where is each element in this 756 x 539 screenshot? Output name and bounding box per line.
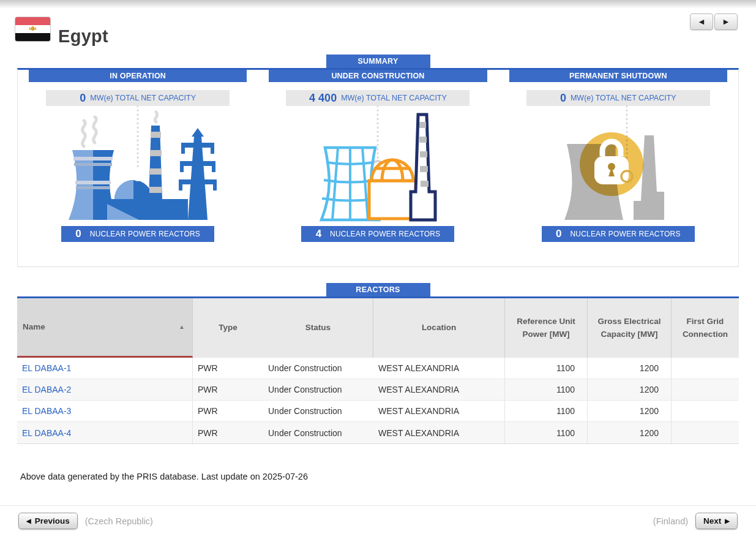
previous-country-arrow-button[interactable]: ◀	[690, 13, 713, 30]
shutdown-plant-illustration	[498, 106, 738, 224]
capacity-label: MW(e) TOTAL NET CAPACITY	[90, 94, 196, 102]
table-row: EL DABAA-1 PWR Under Construction WEST A…	[17, 358, 739, 379]
permanent-shutdown-header: PERMANENT SHUTDOWN	[509, 70, 727, 82]
reactor-count-label: NUCLEAR POWER REACTORS	[330, 230, 440, 238]
reactor-location-cell: WEST ALEXANDRIA	[373, 422, 505, 443]
reactor-dome-outline-icon	[369, 160, 416, 219]
reactor-count-label: NUCLEAR POWER REACTORS	[90, 230, 200, 238]
column-header-name-label: Name	[23, 321, 45, 334]
summary-column-under-construction: UNDER CONSTRUCTION 4 400 MW(e) TOTAL NET…	[258, 70, 498, 242]
country-pager-bottom: ◀ Previous (Czech Republic) (Finland) Ne…	[0, 505, 756, 529]
under-construction-plant-illustration	[258, 106, 498, 224]
permanent-shutdown-count-bar: 0 NUCLEAR POWER REACTORS	[542, 226, 695, 242]
reactor-location-cell: WEST ALEXANDRIA	[373, 401, 505, 421]
reactor-status-cell: Under Construction	[263, 422, 373, 443]
reactor-name-cell: EL DABAA-1	[17, 358, 193, 379]
next-button-label: Next	[703, 516, 721, 526]
capacity-value: 0	[560, 92, 566, 105]
column-header-reference-unit-power[interactable]: Reference Unit Power [MW]	[505, 298, 588, 358]
reactor-type-cell: PWR	[193, 422, 263, 443]
column-header-location[interactable]: Location	[373, 298, 505, 358]
reactor-type-cell: PWR	[193, 401, 263, 421]
in-operation-header: IN OPERATION	[29, 70, 247, 82]
reactor-name-cell: EL DABAA-4	[17, 422, 193, 443]
right-arrow-icon: ▶	[724, 18, 728, 26]
table-row: EL DABAA-2 PWR Under Construction WEST A…	[17, 379, 739, 401]
column-header-gross-electrical-capacity[interactable]: Gross Electrical Capacity [MW]	[588, 298, 672, 358]
summary-column-in-operation: IN OPERATION 0 MW(e) TOTAL NET CAPACITY	[18, 70, 258, 242]
summary-section: IN OPERATION 0 MW(e) TOTAL NET CAPACITY	[17, 68, 739, 267]
column-header-name[interactable]: Name ▲	[17, 298, 193, 358]
reference-unit-power-cell: 1100	[505, 379, 588, 400]
table-row: EL DABAA-4 PWR Under Construction WEST A…	[17, 422, 739, 443]
reactor-link[interactable]: EL DABAA-2	[22, 385, 71, 394]
reactors-tab: REACTORS	[326, 283, 430, 296]
pager-previous-group: ◀ Previous (Czech Republic)	[18, 513, 153, 529]
capacity-value: 0	[80, 92, 86, 105]
column-header-first-grid-connection[interactable]: First Grid Connection	[672, 298, 739, 358]
in-operation-capacity-bar: 0 MW(e) TOTAL NET CAPACITY	[46, 90, 230, 106]
capacity-label: MW(e) TOTAL NET CAPACITY	[571, 94, 676, 102]
previous-country-name: (Czech Republic)	[85, 516, 153, 526]
reference-unit-power-cell: 1100	[505, 422, 588, 443]
column-header-status[interactable]: Status	[263, 298, 373, 358]
page-title-country: Egypt	[58, 26, 108, 47]
pager-next-group: (Finland) Next ▶	[653, 513, 738, 529]
capacity-label: MW(e) TOTAL NET CAPACITY	[341, 94, 447, 102]
reactor-name-cell: EL DABAA-2	[17, 379, 193, 400]
reactor-link[interactable]: EL DABAA-4	[22, 428, 71, 438]
reference-unit-power-cell: 1100	[505, 401, 588, 421]
under-construction-header: UNDER CONSTRUCTION	[269, 70, 487, 82]
under-construction-count-bar: 4 NUCLEAR POWER REACTORS	[301, 226, 454, 242]
previous-button-label: Previous	[35, 516, 70, 526]
chimney-outline-icon	[411, 115, 435, 220]
gross-electrical-capacity-cell: 1200	[588, 401, 672, 421]
under-construction-capacity-bar: 4 400 MW(e) TOTAL NET CAPACITY	[286, 90, 470, 106]
first-grid-connection-cell	[672, 379, 739, 400]
reactors-table: Name ▲ Type Status Location Reference Un…	[17, 296, 739, 444]
reactor-count-label: NUCLEAR POWER REACTORS	[570, 230, 680, 238]
egypt-flag-icon	[15, 17, 50, 41]
reference-unit-power-cell: 1100	[505, 358, 588, 379]
page-header: Egypt ◀ ▶	[0, 9, 756, 49]
next-country-name: (Finland)	[653, 516, 688, 526]
gross-electrical-capacity-cell: 1200	[588, 379, 672, 400]
left-arrow-icon: ◀	[26, 518, 31, 524]
next-country-arrow-button[interactable]: ▶	[714, 13, 738, 30]
summary-tab: SUMMARY	[326, 55, 430, 68]
reactor-status-cell: Under Construction	[263, 401, 373, 421]
reactor-link[interactable]: EL DABAA-3	[22, 406, 71, 416]
first-grid-connection-cell	[672, 401, 739, 421]
permanent-shutdown-capacity-bar: 0 MW(e) TOTAL NET CAPACITY	[526, 90, 710, 106]
gross-electrical-capacity-cell: 1200	[588, 422, 672, 443]
summary-column-permanent-shutdown: PERMANENT SHUTDOWN 0 MW(e) TOTAL NET CAP…	[498, 70, 738, 242]
first-grid-connection-cell	[672, 358, 739, 379]
capacity-value: 4 400	[309, 92, 337, 105]
table-header-row: Name ▲ Type Status Location Reference Un…	[17, 298, 739, 358]
gross-electrical-capacity-cell: 1200	[588, 358, 672, 379]
column-header-type[interactable]: Type	[193, 298, 263, 358]
table-body: EL DABAA-1 PWR Under Construction WEST A…	[17, 358, 739, 443]
reactor-name-cell: EL DABAA-3	[17, 401, 193, 421]
data-source-note: Above data generated by the PRIS databas…	[20, 472, 756, 481]
reactor-status-cell: Under Construction	[263, 379, 373, 400]
reactor-count: 0	[556, 228, 561, 240]
smoke-icon	[83, 112, 157, 146]
reactor-link[interactable]: EL DABAA-1	[22, 363, 71, 373]
table-row: EL DABAA-3 PWR Under Construction WEST A…	[17, 401, 739, 422]
reactor-location-cell: WEST ALEXANDRIA	[373, 358, 505, 379]
first-grid-connection-cell	[672, 422, 739, 443]
page-top-gradient	[0, 0, 756, 9]
reactor-type-cell: PWR	[193, 358, 263, 379]
right-arrow-icon: ▶	[725, 518, 730, 524]
crane-hook-ring	[132, 169, 143, 180]
reactor-status-cell: Under Construction	[263, 358, 373, 379]
sort-ascending-icon: ▲	[179, 322, 185, 332]
reactor-type-cell: PWR	[193, 379, 263, 400]
in-operation-count-bar: 0 NUCLEAR POWER REACTORS	[61, 226, 214, 242]
next-button[interactable]: Next ▶	[695, 513, 738, 529]
reactor-count: 0	[75, 228, 81, 240]
previous-button[interactable]: ◀ Previous	[18, 513, 78, 529]
left-arrow-icon: ◀	[699, 18, 704, 26]
country-pager-top: ◀ ▶	[690, 13, 738, 30]
